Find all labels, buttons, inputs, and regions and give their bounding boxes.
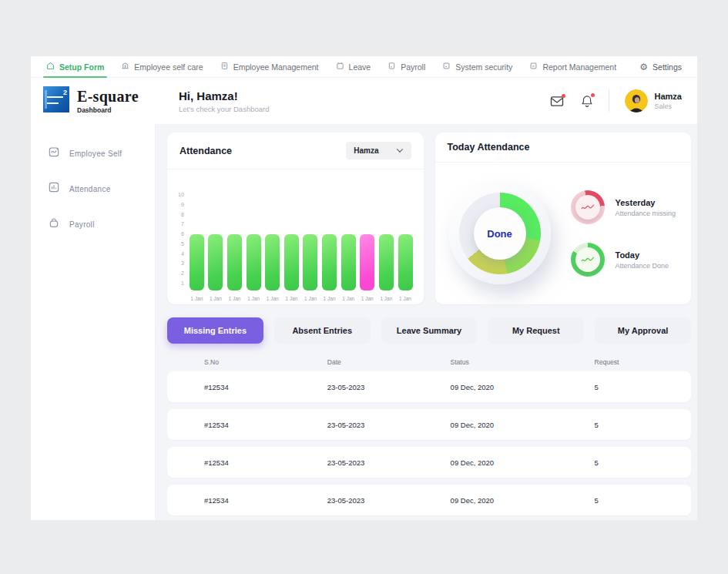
nav-item-system-security[interactable]: System security <box>442 56 512 77</box>
nav-item-payroll[interactable]: Payroll <box>387 56 425 77</box>
cell-request: 5 <box>558 421 691 429</box>
sidebar-item-employee-self[interactable]: Employee Self <box>48 146 155 161</box>
nav-item-label: Report Management <box>542 62 616 72</box>
tab-absent-entries[interactable]: Absent Entries <box>274 317 371 344</box>
cell-sno: #12534 <box>167 421 290 429</box>
sidebar-item-attendance[interactable]: Attendance <box>48 181 155 196</box>
legend-item-today: Today Attendance Done <box>571 243 676 277</box>
cell-date: 23-05-2023 <box>290 496 414 505</box>
table-header: S.No Date Status Request <box>167 353 691 371</box>
nav-item-label: Setup Form <box>59 62 104 72</box>
table-row[interactable]: #12534 23-05-2023 09 Dec, 2020 5 <box>167 409 691 440</box>
x-tick-label: 1 Jan <box>361 296 374 301</box>
greeting-block: Hi, Hamza! Let's check your Dashboard <box>179 89 269 113</box>
x-tick-label: 1 Jan <box>210 296 222 301</box>
brand-logo[interactable]: 2 E-square Dashboard <box>43 86 156 116</box>
nav-item-leave[interactable]: Leave <box>336 56 371 77</box>
column-header-date: Date <box>290 358 414 366</box>
cell-sno: #12534 <box>167 496 290 505</box>
today-attendance-card: Today Attendance Done <box>435 133 692 304</box>
brand-subtitle: Dashboard <box>77 106 139 114</box>
cell-date: 23-05-2023 <box>290 383 414 391</box>
main-content: Attendance Hamza 10987654321 1 Jan1 Jan1… <box>156 124 697 520</box>
nav-item-employee-management[interactable]: Employee Management <box>220 56 319 77</box>
dropdown-value: Hamza <box>354 146 378 155</box>
sidebar-item-label: Payroll <box>69 220 95 229</box>
bar-column: 1 Jan <box>322 192 337 301</box>
mail-button[interactable] <box>550 96 564 107</box>
sidebar-item-payroll[interactable]: Payroll <box>48 217 155 232</box>
bar-column: 1 Jan <box>398 192 413 301</box>
settings-button[interactable]: ⚙ Settings <box>639 62 682 72</box>
y-tick: 9 <box>178 202 184 207</box>
cell-sno: #12534 <box>167 383 290 391</box>
tab-missing-entries[interactable]: Missing Entries <box>167 317 263 344</box>
cell-date: 23-05-2023 <box>290 421 414 429</box>
today-ring-icon <box>571 243 605 277</box>
esquare-logo-icon: 2 <box>43 86 69 116</box>
y-tick: 10 <box>178 192 184 197</box>
svg-text:2: 2 <box>63 89 67 96</box>
missing-entries-table: S.No Date Status Request #12534 23-05-20… <box>167 353 691 515</box>
table-row[interactable]: #12534 23-05-2023 09 Dec, 2020 5 <box>167 485 691 515</box>
bar <box>208 234 223 290</box>
app-window: Setup Form Employee self care Employee M… <box>31 56 697 520</box>
bank-icon <box>121 62 129 72</box>
nav-item-label: Employee self care <box>134 62 203 72</box>
greeting-subtitle: Let's check your Dashboard <box>179 105 269 113</box>
nav-item-report-management[interactable]: Report Management <box>529 56 616 77</box>
bar <box>265 234 280 290</box>
y-tick: 2 <box>178 270 184 276</box>
legend-item-yesterday: Yesterday Attendance missing <box>571 190 676 224</box>
tab-my-request[interactable]: My Request <box>488 317 584 344</box>
top-navbar: Setup Form Employee self care Employee M… <box>31 56 697 78</box>
sidebar-item-label: Employee Self <box>69 149 122 158</box>
settings-label: Settings <box>653 62 682 72</box>
notifications-button[interactable] <box>581 95 593 108</box>
y-tick: 4 <box>178 251 184 257</box>
attendance-donut-chart: Done <box>449 183 551 284</box>
nav-item-label: Leave <box>349 62 371 72</box>
legend-title: Yesterday <box>616 198 676 207</box>
nav-item-setup-form[interactable]: Setup Form <box>46 56 104 77</box>
avatar[interactable] <box>625 89 648 112</box>
bar <box>190 234 204 290</box>
bar <box>303 234 317 290</box>
document-icon <box>220 62 229 72</box>
attendance-card: Attendance Hamza 10987654321 1 Jan1 Jan1… <box>167 133 424 304</box>
report-icon <box>529 62 538 72</box>
calendar-icon <box>336 62 344 72</box>
nav-item-label: System security <box>455 62 512 72</box>
tab-leave-summary[interactable]: Leave Summary <box>381 317 478 344</box>
y-tick: 3 <box>178 260 184 266</box>
bar-column: 1 Jan <box>265 192 280 301</box>
y-tick: 6 <box>178 231 184 237</box>
tab-my-approval[interactable]: My Approval <box>595 317 691 344</box>
nav-item-employee-self-care[interactable]: Employee self care <box>121 56 203 77</box>
cell-status: 09 Dec, 2020 <box>414 383 558 391</box>
bar-chart-icon <box>48 181 60 196</box>
bar <box>379 234 394 290</box>
y-tick: 5 <box>178 241 184 247</box>
y-tick: 1 <box>178 280 184 286</box>
x-tick-label: 1 Jan <box>324 296 336 301</box>
today-card-title: Today Attendance <box>448 142 530 153</box>
bar-column: 1 Jan <box>284 192 299 301</box>
donut-ring: Done <box>459 193 541 274</box>
table-row[interactable]: #12534 23-05-2023 09 Dec, 2020 5 <box>167 447 691 478</box>
nav-item-label: Payroll <box>401 62 425 72</box>
column-header-request: Request <box>558 358 691 366</box>
bar <box>322 234 337 290</box>
attendance-filter-dropdown[interactable]: Hamza <box>346 142 411 159</box>
header-bar: 2 E-square Dashboard Hi, Hamza! Let's ch… <box>31 78 697 124</box>
yesterday-ring-icon <box>571 190 605 224</box>
column-header-sno: S.No <box>167 358 290 366</box>
bar-column: 1 Jan <box>379 192 394 301</box>
bar-column: 1 Jan <box>360 192 374 301</box>
x-tick-label: 1 Jan <box>380 296 392 301</box>
x-tick-label: 1 Jan <box>399 296 411 301</box>
donut-label: Done <box>487 228 512 240</box>
table-row[interactable]: #12534 23-05-2023 09 Dec, 2020 5 <box>167 371 691 402</box>
cell-date: 23-05-2023 <box>290 458 414 467</box>
bar-column: 1 Jan <box>227 192 242 301</box>
